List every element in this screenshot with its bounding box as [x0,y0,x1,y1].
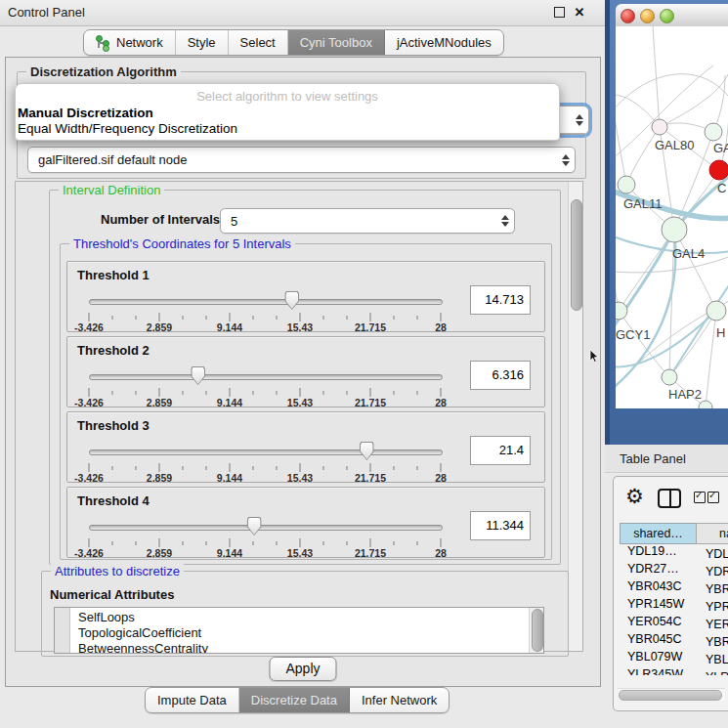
top-tab-bar: NetworkStyleSelectCyni ToolboxjActiveMNo… [83,29,504,56]
slider-ticks [89,463,441,472]
interval-definition-group: Interval Definition Number of Intervals … [49,190,561,565]
table-row[interactable]: YDR27…YDR2 [620,562,728,579]
list-gutter [55,608,70,653]
popup-options: Manual DiscretizationEqual Width/Frequen… [18,106,557,137]
scrollbar-thumb[interactable] [619,690,722,701]
slider-track[interactable] [89,525,443,531]
network-icon [96,35,109,50]
h-node[interactable] [707,301,726,321]
split-columns-icon[interactable] [658,489,681,508]
mouse-cursor [589,350,601,364]
attribute-item[interactable]: BetweennessCentrality [78,641,208,654]
node-label: C [717,181,726,195]
table-row[interactable]: YBL079WYBL0 [620,650,728,667]
screen: Control Panel ✕ NetworkStyleSelectCyni T… [0,0,728,728]
threshold-value-field[interactable]: 21.4 [470,436,531,465]
network-window-titlebar [616,4,728,27]
scrollbar-thumb[interactable] [571,199,582,311]
slider-track[interactable] [89,450,443,455]
slider-tick-labels: -3.4262.8599.14415.4321.71528 [89,547,441,559]
slider-track[interactable] [89,374,443,380]
minimize-traffic-light[interactable] [640,9,655,23]
gcy1-node[interactable] [616,302,627,320]
hap2-node[interactable] [662,369,677,385]
algorithm-option[interactable]: Manual Discretization [18,106,557,121]
attribute-item[interactable]: TopologicalCoefficient [78,625,208,641]
numerical-attributes-label: Numerical Attributes [50,587,174,602]
table-row[interactable]: YPR145WYPR1 [620,597,728,615]
node-table: shared… na YDL19…YDL1YDR27…YDR2YBR043CYB… [620,523,728,675]
slider-thumb[interactable] [284,291,299,310]
tab-cyni-toolbox[interactable]: Cyni Toolbox [288,30,385,55]
tab-network[interactable]: Network [84,30,176,55]
gal4-node[interactable] [662,217,687,242]
slider-thumb[interactable] [360,442,374,460]
slider-track[interactable] [89,299,443,305]
tab-style[interactable]: Style [176,30,229,55]
threshold-slider[interactable]: -3.4262.8599.14415.4321.71528 [89,364,441,404]
slider-thumb[interactable] [247,517,262,535]
tab-jactivemnodules[interactable]: jActiveMNodules [385,30,503,55]
thresholds-group: Threshold's Coordinates for 5 Intervals … [60,243,552,560]
threshold-value-field[interactable]: 6.316 [470,361,531,390]
network-canvas[interactable]: GAL80GACGAL11GAL4GCY1HHAP2 [616,26,728,408]
gear-icon[interactable]: ⚙ [625,486,644,507]
float-window-icon[interactable] [552,6,566,20]
close-traffic-light[interactable] [621,9,635,23]
threshold-value-field[interactable]: 11.344 [470,511,531,540]
algorithm-option[interactable]: Equal Width/Frequency Discretization [18,121,557,137]
top-right-node[interactable] [705,123,722,141]
tab-select[interactable]: Select [229,30,288,55]
slider-ticks [89,538,441,547]
node-label: GA [713,141,728,155]
node-label: H [716,325,725,340]
node-label: GAL11 [623,196,663,211]
close-icon[interactable]: ✕ [573,6,586,20]
control-panel-window: Control Panel ✕ NetworkStyleSelectCyni T… [0,0,605,728]
discretization-algorithm-legend: Discretization Algorithm [26,64,181,79]
interval-definition-legend: Interval Definition [59,183,164,197]
tab-discretize-data[interactable]: Discretize Data [239,688,350,712]
slider-tick-labels: -3.4262.8599.14415.4321.71528 [89,321,441,333]
numerical-attributes-list[interactable]: SelfLoopsTopologicalCoefficientBetweenne… [54,607,544,654]
node-label: GAL80 [655,138,694,152]
cyni-toolbox-panel: Discretization Algorithm Select algorith… [5,57,601,687]
table-rows: YDL19…YDL1YDR27…YDR2YBR043CYBR0YPR145WYP… [620,544,728,675]
node-label: GCY1 [616,327,650,342]
table-data-combobox[interactable]: galFiltered.sif default node [27,147,576,173]
attribute-item[interactable]: SelfLoops [78,610,208,625]
gal80-node[interactable] [652,119,667,135]
table-row[interactable]: YER054CYER0 [620,615,728,632]
gal11-node[interactable] [618,176,635,193]
table-row[interactable]: YLR345WYLR3 [620,667,728,675]
horizontal-scrollbar[interactable] [618,688,725,701]
bottom-tab-bar: Impute DataDiscretize DataInfer Network [145,687,450,713]
bottom-node[interactable] [699,401,712,408]
threshold-value-field[interactable]: 14.713 [470,285,531,315]
threshold-slider[interactable]: -3.4262.8599.14415.4321.71528 [89,440,441,479]
combo-stepper-icon [571,114,588,126]
tab-impute-data[interactable]: Impute Data [146,688,239,712]
slider-thumb[interactable] [191,366,205,385]
apply-button[interactable]: Apply [269,657,336,681]
threshold-slider[interactable]: -3.4262.8599.14415.4321.71528 [89,289,441,328]
vertical-scrollbar[interactable] [568,182,582,651]
threshold-panel: Threshold 2 -3.4262.8599.14415.4321.7152… [66,336,545,407]
tab-infer-network[interactable]: Infer Network [350,688,449,712]
frame-edge [605,0,610,445]
column-header-shared-name[interactable]: shared… [620,523,697,544]
number-of-intervals-combobox[interactable]: 5 [220,208,515,234]
list-scrollbar[interactable] [529,608,543,653]
table-row[interactable]: YBR045CYBR0 [620,632,728,650]
zoom-traffic-light[interactable] [660,9,674,23]
red-node[interactable] [709,160,728,180]
node-label: HAP2 [668,387,702,402]
select-all-checkbox-icon[interactable] [707,492,719,503]
column-header-name[interactable]: na [696,523,728,544]
scrollbar-thumb[interactable] [532,609,543,652]
select-columns-checkbox-icon[interactable] [694,492,706,503]
table-row[interactable]: YDL19…YDL1 [620,544,728,562]
threshold-slider[interactable]: -3.4262.8599.14415.4321.71528 [89,515,441,554]
table-row[interactable]: YBR043CYBR0 [620,579,728,597]
threshold-label: Threshold 3 [77,418,150,433]
